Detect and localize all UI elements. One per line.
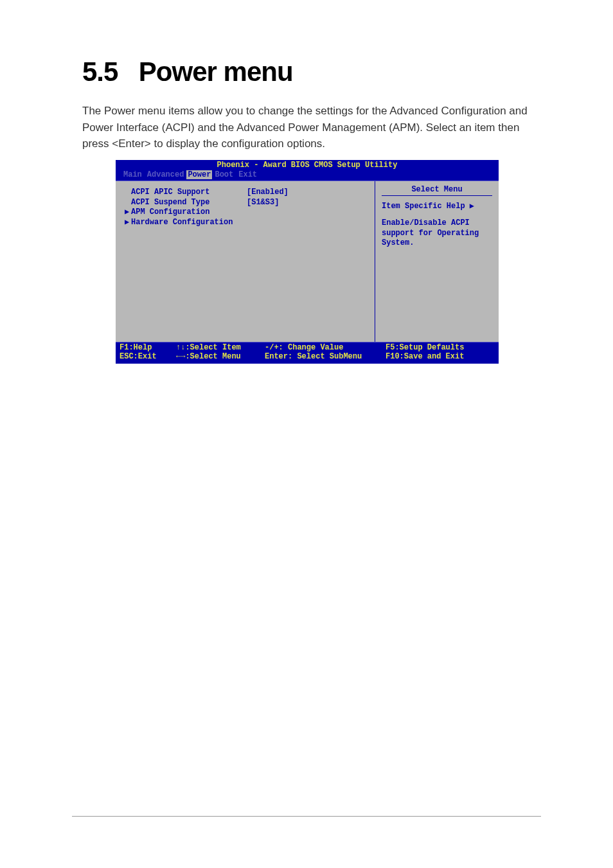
intro-paragraph: The Power menu items allow you to change… [82,103,531,152]
item-value [247,218,311,228]
footer-row: ESC:Exit ←→:Select Menu Enter: Select Su… [120,352,495,361]
footer-hint-save: F10:Save and Exit [380,352,495,361]
item-label: ACPI APIC Support [131,188,247,198]
item-label: Hardware Configuration [131,218,247,228]
item-label: APM Configuration [131,208,247,218]
footer-hint-submenu: Enter: Select SubMenu [265,352,380,361]
section-number: 5.5 [82,57,118,87]
item-value: [S1&S3] [247,198,311,208]
bios-footer: F1:Help ↑↓:Select Item -/+: Change Value… [116,342,499,364]
bios-tab-bar: Main Advanced Power Boot Exit [116,170,499,181]
footer-hint-select-menu: ←→:Select Menu [176,352,265,361]
help-subtitle: Item Specific Help ▶ [382,201,492,211]
footer-hint-defaults: F5:Setup Defaults [380,343,495,352]
tab-boot[interactable]: Boot [212,170,236,179]
footer-hint-select-item: ↑↓:Select Item [176,343,265,352]
help-text: Enable/Disable ACPI support for Operatin… [382,218,492,249]
tab-power[interactable]: Power [186,170,212,179]
item-label: ACPI Suspend Type [131,198,247,208]
item-value [247,208,311,218]
footer-row: F1:Help ↑↓:Select Item -/+: Change Value… [120,343,495,352]
page-header: 5.5 Power menu [82,57,293,87]
bios-item[interactable]: ▶ Hardware Configuration [125,218,366,228]
section-title: Power menu [139,57,293,87]
help-divider [382,195,492,196]
submenu-marker: ▶ [125,208,131,218]
submenu-marker: ▶ [125,218,131,228]
bios-help-panel: Select Menu Item Specific Help ▶ Enable/… [375,181,499,342]
submenu-marker [125,198,131,208]
bios-body: ACPI APIC Support [Enabled] ACPI Suspend… [116,181,499,342]
help-panel-title: Select Menu [382,185,492,194]
bios-screenshot: Phoenix - Award BIOS CMOS Setup Utility … [116,160,499,364]
bios-item[interactable]: ACPI Suspend Type [S1&S3] [125,198,366,208]
footer-hint-help: F1:Help [120,343,176,352]
bios-title: Phoenix - Award BIOS CMOS Setup Utility [116,160,499,170]
item-value: [Enabled] [247,188,311,198]
footer-hint-exit: ESC:Exit [120,352,176,361]
bios-item[interactable]: ACPI APIC Support [Enabled] [125,188,366,198]
tab-exit[interactable]: Exit [236,170,260,179]
footer-hint-change-value: -/+: Change Value [265,343,380,352]
bios-settings-panel: ACPI APIC Support [Enabled] ACPI Suspend… [116,181,375,342]
tab-main[interactable]: Main [121,170,145,179]
submenu-marker [125,188,131,198]
bios-item[interactable]: ▶ APM Configuration [125,208,366,218]
tab-advanced[interactable]: Advanced [145,170,187,179]
page-footer-rule [72,816,541,817]
